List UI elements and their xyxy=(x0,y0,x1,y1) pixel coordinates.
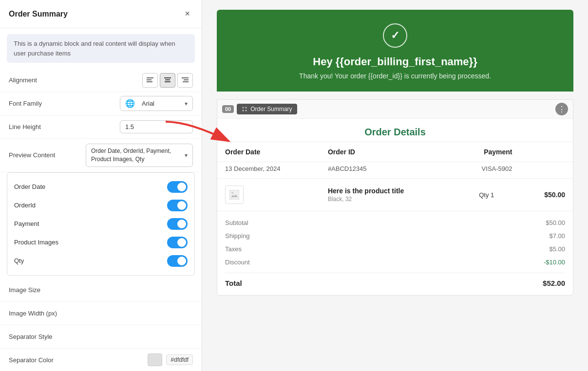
close-button[interactable]: × xyxy=(182,8,193,20)
preview-content-value: Order Date, OrderId, Payment, Product Im… xyxy=(91,147,181,164)
svg-rect-5 xyxy=(165,81,171,82)
taxes-value: $5.00 xyxy=(549,245,565,253)
toggle-row-orderid: OrderId xyxy=(14,196,188,215)
svg-rect-2 xyxy=(147,81,152,82)
svg-rect-14 xyxy=(229,190,239,200)
toggle-label-4: Qty xyxy=(14,257,24,264)
chevron-down-icon: ▾ xyxy=(185,100,188,107)
product-thumbnail xyxy=(225,186,244,204)
product-row: Here is the product title Black, 32 Qty … xyxy=(217,179,573,211)
taxes-label: Taxes xyxy=(225,245,242,253)
preview-content-row: Preview Content Order Date, OrderId, Pay… xyxy=(0,139,202,172)
line-height-label: Line Height xyxy=(9,123,41,130)
svg-rect-0 xyxy=(147,77,153,78)
order-details-title: Order Details xyxy=(217,119,573,142)
toggle-label-1: OrderId xyxy=(14,202,36,209)
order-date-value: 13 December, 2024 xyxy=(217,162,320,179)
block-name-button[interactable]: Order Summary xyxy=(237,104,297,114)
total-label: Total xyxy=(225,279,242,287)
svg-rect-1 xyxy=(147,79,152,80)
toggle-0[interactable] xyxy=(167,181,188,193)
svg-rect-6 xyxy=(182,77,189,78)
separator-color-label: Separator Color xyxy=(9,356,54,364)
info-banner: This is a dynamic block and real content… xyxy=(7,34,195,63)
subtotal-row: Subtotal $50.00 xyxy=(225,216,565,229)
preview-content-selector[interactable]: Order Date, OrderId, Payment, Product Im… xyxy=(86,144,193,167)
svg-rect-4 xyxy=(165,79,170,80)
payment-header: Payment xyxy=(453,142,520,162)
thank-you-text: Thank you! Your order {{order_id}} is cu… xyxy=(227,72,564,80)
order-info-data-row: 13 December, 2024 #ABCD12345 VISA-5902 xyxy=(217,162,573,179)
subtotal-label: Subtotal xyxy=(225,219,248,226)
preview-content-label: Preview Content xyxy=(9,151,55,159)
image-icon xyxy=(229,190,239,200)
alignment-label: Alignment xyxy=(9,76,37,84)
svg-point-11 xyxy=(246,107,247,109)
color-picker-row: #dfdfdf xyxy=(148,353,193,366)
svg-point-13 xyxy=(246,110,247,111)
image-width-label: Image Width (px) xyxy=(9,310,57,317)
discount-label: Discount xyxy=(225,259,250,266)
product-variant: Black, 32 xyxy=(328,196,445,203)
toggle-3[interactable] xyxy=(167,237,188,248)
product-title: Here is the product title xyxy=(328,187,445,195)
order-totals: Subtotal $50.00 Shipping $7.00 Taxes $5.… xyxy=(217,211,573,295)
toggle-label-2: Payment xyxy=(14,220,39,227)
panel-title: Order Summary xyxy=(9,10,68,19)
globe-icon: 🌐 xyxy=(125,99,135,108)
align-right-button[interactable] xyxy=(177,73,193,88)
check-icon: ✓ xyxy=(391,29,399,42)
font-family-selector[interactable]: 🌐 Arial ▾ xyxy=(120,96,193,111)
toggle-row-order-date: Order Date xyxy=(14,178,188,196)
discount-row: Discount -$10.00 xyxy=(225,256,565,269)
toolbar-left: 00 Order Summary xyxy=(222,104,297,114)
shipping-label: Shipping xyxy=(225,232,250,240)
settings-panel: Order Summary × This is a dynamic block … xyxy=(0,0,202,371)
greeting-text: Hey {{order_billing_first_name}} xyxy=(227,56,564,68)
dropdown-options: Order Date OrderId Payment Product Image… xyxy=(7,172,195,276)
shipping-value: $7.00 xyxy=(549,232,565,240)
svg-point-15 xyxy=(231,192,233,194)
alignment-row: Alignment xyxy=(0,69,202,92)
alignment-buttons xyxy=(142,73,193,88)
color-hex: #dfdfdf xyxy=(166,354,193,365)
order-date-header: Order Date xyxy=(217,142,320,162)
svg-point-12 xyxy=(243,110,244,111)
image-size-label: Image Size xyxy=(9,286,40,294)
separator-style-label: Separator Style xyxy=(9,333,53,340)
separator-style-row: Separator Style xyxy=(0,325,202,349)
toggle-row-qty: Qty xyxy=(14,252,188,270)
discount-value: -$10.00 xyxy=(544,259,565,266)
product-qty: Qty 1 xyxy=(453,179,520,211)
font-family-label: Font Family xyxy=(9,100,42,107)
line-height-input[interactable] xyxy=(120,120,193,133)
align-center-button[interactable] xyxy=(160,73,175,88)
line-height-row: Line Height xyxy=(0,115,202,139)
block-name-label: Order Summary xyxy=(250,106,292,112)
svg-rect-7 xyxy=(184,79,189,80)
total-row: Total $52.00 xyxy=(225,273,565,290)
order-id-header: Order ID xyxy=(320,142,453,162)
toggle-row-payment: Payment xyxy=(14,215,188,233)
toggle-row-product-images: Product Images xyxy=(14,233,188,252)
font-family-row: Font Family 🌐 Arial ▾ xyxy=(0,92,202,115)
svg-rect-8 xyxy=(183,81,189,82)
align-left-button[interactable] xyxy=(142,73,158,88)
toggle-label-0: Order Date xyxy=(14,183,45,190)
order-info-header-row: Order Date Order ID Payment xyxy=(217,142,573,162)
toggle-1[interactable] xyxy=(167,200,188,211)
toggle-4[interactable] xyxy=(167,255,188,267)
color-swatch[interactable] xyxy=(148,353,162,366)
image-size-row: Image Size xyxy=(0,278,202,302)
more-options-button[interactable]: ⋮ xyxy=(555,103,568,115)
toggle-label-3: Product Images xyxy=(14,239,58,246)
move-icon xyxy=(242,106,247,112)
svg-point-10 xyxy=(243,107,244,109)
product-info: Here is the product title Black, 32 xyxy=(328,187,445,203)
block-badge: 00 xyxy=(222,105,234,113)
image-width-row: Image Width (px) xyxy=(0,302,202,325)
font-name: Arial xyxy=(142,100,181,107)
chevron-down-icon-2: ▾ xyxy=(185,152,188,159)
toggle-2[interactable] xyxy=(167,218,188,230)
right-panel: ✓ Hey {{order_billing_first_name}} Thank… xyxy=(202,0,588,371)
